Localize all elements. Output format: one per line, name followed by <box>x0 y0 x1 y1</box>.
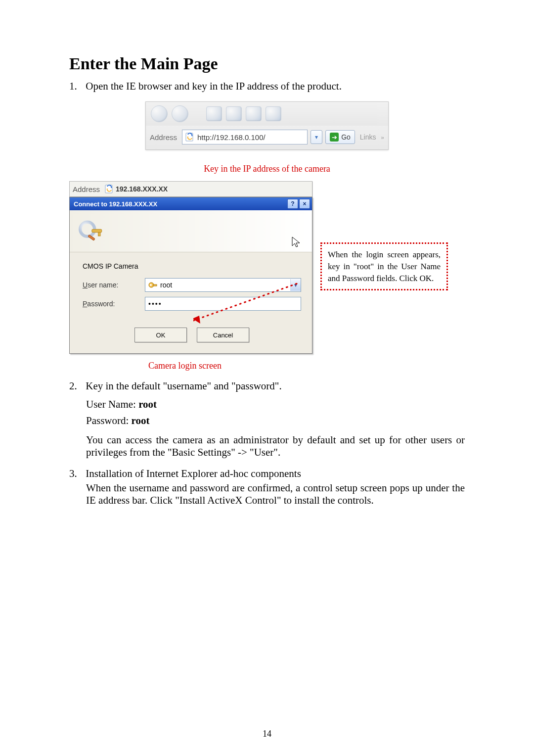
svg-rect-3 <box>92 229 102 232</box>
username-dropdown[interactable]: ▼ <box>290 279 301 291</box>
keyring-icon <box>77 217 105 245</box>
dialog-titlebar: Connect to 192.168.XXX.XX ? × <box>70 197 312 210</box>
home-button[interactable] <box>246 106 262 121</box>
refresh-button[interactable] <box>226 106 242 121</box>
step-3-num: 3. <box>69 468 83 480</box>
close-button[interactable]: × <box>299 199 310 209</box>
username-field[interactable]: root ▼ <box>145 278 301 292</box>
username-cred-value: root <box>138 398 157 410</box>
device-label: CMOS IP Camera <box>83 262 301 270</box>
address-row: Address http://192.168.0.100/ ▾ ➔ Go Lin… <box>146 126 388 149</box>
page-number: 14 <box>0 729 534 739</box>
step-1: 1. Open the IE browser and key in the IP… <box>69 80 465 93</box>
callout-box: When the login screen appears, key in "r… <box>320 242 448 290</box>
address-input[interactable]: http://192.168.0.100/ <box>182 130 308 144</box>
stop-button[interactable] <box>206 106 222 121</box>
ok-button[interactable]: OK <box>134 328 187 342</box>
go-label: Go <box>341 133 351 141</box>
address-label: Address <box>150 133 177 142</box>
password-cred-value: root <box>132 415 150 426</box>
step-3-line1: Installation of Internet Explorer ad-hoc… <box>86 468 301 479</box>
password-field[interactable]: •••• <box>145 297 301 311</box>
password-label: Password: <box>83 300 145 308</box>
svg-point-7 <box>150 284 152 286</box>
dialog-title: Connect to 192.168.XXX.XX <box>74 200 157 208</box>
forward-button[interactable] <box>172 105 188 122</box>
user-key-icon <box>148 281 157 289</box>
help-button[interactable]: ? <box>287 199 298 209</box>
address-strip-label: Address <box>73 185 100 193</box>
ie-page-icon <box>105 185 114 193</box>
login-dialog: Connect to 192.168.XXX.XX ? × <box>69 197 312 354</box>
svg-rect-4 <box>98 233 101 236</box>
username-value: root <box>160 281 172 289</box>
dialog-body: CMOS IP Camera User name: root ▼ <box>70 252 312 353</box>
step-3-body: When the username and password are confi… <box>86 482 465 507</box>
step-2-num: 2. <box>69 380 83 392</box>
ie-page-icon <box>185 133 194 142</box>
step-1-text: Open the IE browser and key in the IP ad… <box>86 80 342 92</box>
password-value: •••• <box>148 300 162 308</box>
address-url: http://192.168.0.100/ <box>197 133 266 142</box>
svg-rect-8 <box>153 284 157 286</box>
step-2: 2. Key in the default "username" and "pa… <box>69 380 465 392</box>
address-strip-value: 192.168.XXX.XX <box>116 185 168 193</box>
login-area: Address 192.168.XXX.XX Connect to 192.16… <box>69 181 465 354</box>
links-chevron-icon: » <box>381 133 385 141</box>
address-strip: Address 192.168.XXX.XX <box>69 181 312 197</box>
search-button[interactable] <box>266 106 281 121</box>
step-2-body: You can access the camera as an administ… <box>86 434 465 459</box>
caption-addressbar: Key in the IP address of the camera <box>69 164 465 174</box>
browser-toolbar: Address http://192.168.0.100/ ▾ ➔ Go Lin… <box>145 101 389 150</box>
username-label: User name: <box>83 281 145 289</box>
caption-login: Camera login screen <box>148 361 465 371</box>
dialog-header <box>70 210 312 252</box>
go-arrow-icon: ➔ <box>330 133 339 142</box>
cancel-button[interactable]: Cancel <box>197 328 249 342</box>
browser-buttons-row <box>146 102 388 126</box>
page-heading: Enter the Main Page <box>69 54 465 73</box>
go-button[interactable]: ➔ Go <box>325 130 355 144</box>
step-2-text: Key in the default "username" and "passw… <box>86 380 281 392</box>
links-label: Links <box>360 133 376 141</box>
password-cred-label: Password: <box>86 415 132 426</box>
step-3: 3. Installation of Internet Explorer ad-… <box>69 468 465 480</box>
cursor-icon <box>291 236 301 248</box>
username-cred-label: User Name: <box>86 398 138 410</box>
back-button[interactable] <box>151 105 168 122</box>
step-1-num: 1. <box>69 80 83 93</box>
address-dropdown[interactable]: ▾ <box>311 130 322 144</box>
